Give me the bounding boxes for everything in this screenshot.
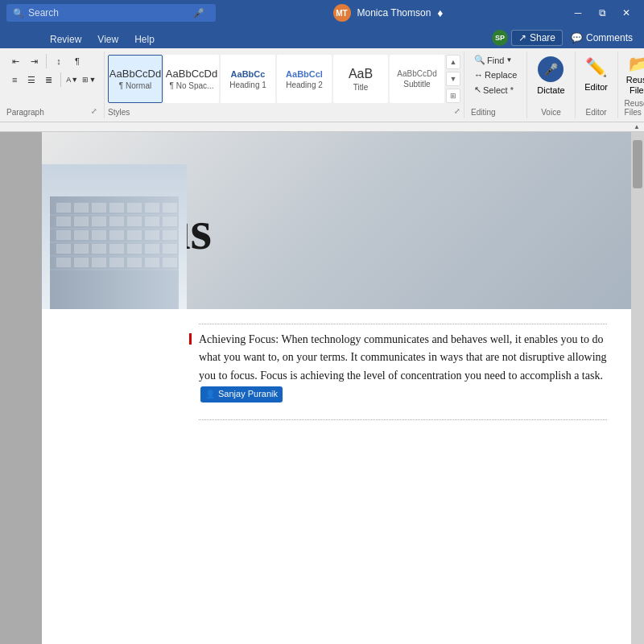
shading-btn[interactable]: A▼ (64, 72, 80, 88)
svg-rect-23 (56, 244, 71, 254)
paragraph-section-bottom: Paragraph ⤢ (6, 105, 97, 117)
select-icon: ↖ (474, 85, 481, 95)
ribbon-bottom: ▲ (0, 122, 644, 132)
svg-rect-7 (145, 203, 159, 213)
building-svg (42, 164, 187, 309)
styles-expand[interactable]: ⊞ (446, 89, 460, 103)
styles-scroll-down[interactable]: ▼ (446, 72, 460, 86)
svg-rect-9 (56, 217, 71, 226)
replace-button[interactable]: ↔ Replace (471, 68, 520, 81)
svg-rect-28 (145, 244, 159, 254)
comments-button[interactable]: 💬 Comments (566, 31, 638, 45)
styles-expand-btn[interactable]: ⤢ (454, 107, 460, 115)
svg-rect-10 (74, 217, 89, 226)
styles-gallery: AaBbCcDd ¶ Normal AaBbCcDd ¶ No Spac... … (108, 53, 460, 105)
svg-rect-16 (56, 230, 71, 240)
select-button[interactable]: ↖ Select * (471, 83, 520, 97)
restore-button[interactable]: ⧉ (591, 4, 613, 22)
svg-rect-33 (109, 258, 124, 267)
comment-user-icon: 👤 (205, 388, 215, 401)
editing-section: 🔍 Find ▼ ↔ Replace ↖ Select * Editing (464, 52, 527, 118)
style-nospace-preview: AaBbCcDd (166, 68, 217, 80)
styles-scroll: ▲ ▼ ⊞ (446, 55, 460, 103)
share-button[interactable]: ↗ Share (511, 30, 563, 46)
border-btn[interactable]: ⊞▼ (81, 72, 97, 88)
doc-right-panel (631, 132, 644, 644)
editing-tools: 🔍 Find ▼ ↔ Replace ↖ Select * (471, 53, 520, 97)
svg-rect-8 (163, 203, 177, 213)
scrollbar-thumb[interactable] (633, 140, 642, 188)
svg-rect-15 (163, 217, 177, 226)
title-bar: 🔍 🎤 MT Monica Thomson ♦ ─ ⧉ ✕ (0, 0, 644, 26)
styles-label: Styles (108, 105, 130, 117)
svg-rect-13 (127, 217, 142, 226)
doc-paragraph[interactable]: Achieving Focus: When technology communi… (199, 331, 607, 403)
svg-rect-17 (74, 230, 89, 240)
select-label: Select * (483, 85, 514, 95)
align-left-btn[interactable]: ≡ (6, 72, 23, 88)
minimize-button[interactable]: ─ (567, 4, 589, 22)
comment-badge[interactable]: 👤Sanjay Puranik (200, 386, 283, 402)
align-center-btn[interactable]: ☰ (23, 72, 39, 88)
svg-rect-18 (92, 230, 106, 240)
separator2 (60, 72, 61, 87)
doc-content[interactable]: ences r focus (42, 132, 631, 644)
pilcrow-btn[interactable]: ¶ (68, 53, 86, 69)
share-label: Share (530, 32, 555, 43)
title-center: MT Monica Thomson ♦ (216, 4, 567, 22)
editor-label: Editor (586, 105, 607, 117)
svg-rect-14 (145, 217, 159, 226)
find-chevron: ▼ (506, 56, 512, 64)
editing-label: Editing (471, 105, 496, 117)
svg-rect-25 (92, 244, 106, 254)
svg-rect-35 (145, 258, 159, 267)
title-search-box[interactable]: 🔍 🎤 (6, 4, 216, 22)
indent-decrease-btn[interactable]: ⇤ (6, 53, 24, 69)
dictate-label: Dictate (537, 85, 564, 95)
ribbon-collapse-button[interactable]: ▲ (630, 122, 644, 132)
tab-help[interactable]: Help (126, 31, 163, 49)
paragraph-text: Achieving Focus: When technology communi… (199, 333, 607, 382)
close-button[interactable]: ✕ (615, 4, 638, 22)
doc-divider-bottom (199, 419, 607, 420)
align-right-btn[interactable]: ≣ (40, 72, 56, 88)
style-subtitle[interactable]: AaBbCcDd Subtitle (390, 55, 444, 103)
style-normal-name: ¶ Normal (119, 81, 151, 90)
style-heading2[interactable]: AaBbCcl Heading 2 (277, 55, 332, 103)
find-button[interactable]: 🔍 Find ▼ (471, 53, 520, 67)
editing-section-bottom: Editing (471, 105, 520, 117)
svg-rect-27 (127, 244, 142, 254)
style-h2-name: Heading 2 (286, 80, 323, 89)
style-title-name: Title (353, 83, 369, 92)
separator (46, 54, 47, 68)
styles-section-bottom: Styles ⤢ (108, 105, 460, 117)
style-normal[interactable]: AaBbCcDd ¶ Normal (108, 55, 163, 103)
paragraph-toolbar-row1: ⇤ ⇥ ↕ ¶ (6, 53, 97, 69)
style-no-space[interactable]: AaBbCcDd ¶ No Spac... (164, 55, 219, 103)
microphone-icon[interactable]: 🎤 (193, 8, 204, 19)
svg-rect-30 (56, 258, 71, 267)
svg-rect-12 (109, 217, 124, 226)
replace-icon: ↔ (474, 70, 483, 80)
svg-rect-5 (109, 203, 124, 213)
indent-increase-btn[interactable]: ⇥ (25, 53, 43, 69)
styles-scroll-up[interactable]: ▲ (446, 55, 460, 69)
dictate-button[interactable]: 🎤 Dictate (534, 53, 568, 98)
style-title[interactable]: AaB Title (333, 55, 388, 103)
reuse-button[interactable]: 📂 (625, 53, 644, 75)
svg-rect-24 (74, 244, 89, 254)
doc-body: Achieving Focus: When technology communi… (42, 309, 631, 443)
doc-divider-top (199, 324, 607, 324)
tab-review[interactable]: Review (42, 31, 89, 49)
svg-rect-19 (109, 230, 124, 240)
building-image (42, 164, 187, 309)
editor-button[interactable]: ✏️ (582, 53, 611, 82)
style-heading1[interactable]: AaBbCc Heading 1 (221, 55, 275, 103)
sort-btn[interactable]: ↕ (50, 53, 68, 69)
scrollbar-track[interactable] (631, 132, 644, 644)
search-input[interactable] (28, 7, 189, 19)
tab-view[interactable]: View (89, 31, 126, 49)
paragraph-expand-btn[interactable]: ⤢ (91, 107, 97, 115)
diamond-icon: ♦ (437, 6, 443, 19)
microphone-circle: 🎤 (538, 56, 564, 82)
